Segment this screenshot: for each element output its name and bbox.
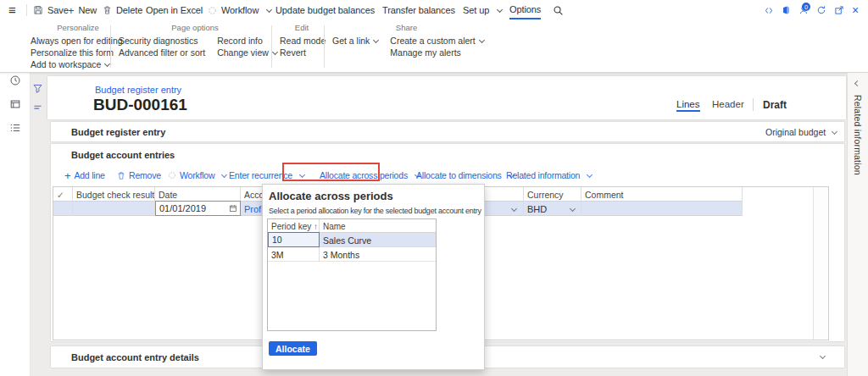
list-item[interactable]: 3M 3 Months (268, 247, 436, 262)
period-key-cell[interactable]: 10 (268, 232, 320, 247)
column-header-comment[interactable]: Comment (581, 187, 743, 202)
modules-menu-icon[interactable] (9, 122, 21, 134)
group-label: Personalize (31, 23, 125, 32)
tab-header[interactable]: Header (712, 99, 744, 109)
form-header-card: Budget register entry BUD-000161 Lines H… (47, 76, 846, 119)
close-icon[interactable]: × (852, 6, 859, 14)
column-header-date[interactable]: Date (155, 187, 241, 202)
allocate-button[interactable]: Allocate (269, 341, 317, 356)
page-title: BUD-000161 (93, 96, 187, 114)
transfer-label: Transfer balances (382, 5, 455, 15)
update-budget-balances-button[interactable]: Update budget balances (275, 0, 375, 20)
menu-item-label: Create a custom alert (390, 36, 475, 46)
menu-item-revert[interactable]: Revert (280, 47, 324, 58)
date-cell[interactable]: 01/01/2019 (155, 201, 241, 216)
page-content: Budget register entry BUD-000161 Lines H… (31, 73, 847, 376)
workflow-label: Workflow (221, 5, 259, 15)
add-icon: + (68, 4, 75, 17)
save-label: Save (47, 5, 69, 15)
update-budget-label: Update budget balances (275, 5, 375, 15)
workflow-label: Workflow (180, 170, 214, 180)
popout-icon[interactable] (834, 5, 844, 15)
column-header-currency[interactable]: Currency (524, 187, 581, 202)
select-all-checkbox[interactable]: ✓ (53, 187, 73, 202)
column-header-name[interactable]: Name (320, 219, 436, 234)
office-logo-icon[interactable] (782, 5, 791, 15)
options-label: Options (509, 4, 541, 14)
grid-toolbar-workflow[interactable]: Workflow (168, 167, 226, 184)
set-up-button[interactable]: Set up (463, 0, 502, 20)
section-title[interactable]: Budget account entry details (71, 352, 199, 362)
currency-chevron-icon[interactable] (570, 206, 576, 212)
section-title[interactable]: Budget account entries (71, 150, 175, 160)
search-icon[interactable] (553, 0, 564, 20)
breadcrumb[interactable]: Budget register entry (95, 85, 181, 95)
grid-toolbar-related-information[interactable]: Related information (506, 167, 592, 184)
workflow-circle-icon (168, 171, 176, 180)
period-name-cell[interactable]: 3 Months (320, 247, 436, 262)
delete-button[interactable]: Delete (103, 0, 142, 20)
group-divider (110, 25, 111, 68)
menu-item-always-open[interactable]: Always open for editing (31, 35, 125, 47)
ribbon-group-edit: Edit Read mode Revert (280, 23, 324, 58)
chevron-down-icon (221, 171, 227, 177)
workflow-button[interactable]: Workflow (208, 0, 271, 20)
workspace-icon[interactable] (9, 98, 21, 110)
related-information-panel[interactable]: Related information (847, 73, 868, 376)
remove-trash-icon (117, 171, 125, 180)
chevron-down-icon[interactable] (820, 353, 826, 359)
menu-item-create-custom-alert[interactable]: Create a custom alert (390, 35, 483, 47)
collapse-chevron-icon[interactable] (854, 80, 860, 86)
menu-item-add-to-workspace[interactable]: Add to workspace (31, 58, 125, 70)
options-tab[interactable]: Options (509, 0, 541, 19)
chevron-down-icon[interactable] (832, 129, 837, 135)
period-name-cell[interactable]: Sales Curve (320, 233, 436, 247)
chevron-down-icon (266, 6, 272, 12)
menu-item-advanced-filter[interactable]: Advanced filter or sort (119, 47, 205, 58)
open-in-excel-button[interactable]: Open in Excel (146, 0, 203, 20)
budget-type-value[interactable]: Original budget (765, 127, 826, 137)
menu-item-change-view[interactable]: Change view (217, 47, 277, 58)
app-window: ≡ Save + New Delete Open in Excel W (0, 0, 868, 376)
account-structure-chevron-icon[interactable] (511, 206, 517, 212)
menu-item-personalize-form[interactable]: Personalize this form (31, 47, 125, 58)
menu-item-security-diagnostics[interactable]: Security diagnostics (119, 35, 205, 47)
refresh-icon[interactable] (816, 5, 826, 15)
double-chevron-icon[interactable] (764, 6, 774, 15)
new-button[interactable]: + New (68, 0, 97, 20)
row-select-cell[interactable] (53, 202, 73, 216)
grid-toolbar-add-line[interactable]: + Add line (64, 167, 105, 184)
calendar-icon[interactable] (229, 204, 237, 213)
currency-cell[interactable]: BHD (524, 202, 581, 216)
top-command-bar: ≡ Save + New Delete Open in Excel W (0, 0, 868, 20)
recent-clock-icon[interactable] (9, 75, 21, 86)
tab-lines[interactable]: Lines (676, 99, 700, 112)
ribbon-group-personalize: Personalize Always open for editing Pers… (31, 23, 125, 70)
grid-scrollbar[interactable] (813, 187, 828, 340)
menu-item-get-a-link[interactable]: Get a link (332, 35, 378, 47)
add-line-icon: + (64, 169, 70, 182)
hamburger-menu-icon[interactable]: ≡ (8, 0, 16, 20)
grid-toolbar-allocate-to-dimensions[interactable]: Allocate to dimensions (416, 167, 514, 184)
grid-toolbar-remove[interactable]: Remove (117, 167, 161, 184)
period-key-table: Period key ↑ Name 10 Sales Curve 3M 3 Mo… (267, 218, 437, 331)
column-header-budget-check[interactable]: Budget check results (73, 187, 155, 202)
divider (753, 98, 754, 111)
menu-item-manage-my-alerts[interactable]: Manage my alerts (390, 47, 483, 58)
chevron-down-icon (479, 37, 485, 43)
save-button[interactable]: Save (33, 0, 69, 20)
group-divider (324, 25, 325, 68)
messages-icon[interactable]: 0 (798, 5, 809, 15)
comment-cell[interactable] (581, 202, 743, 216)
divider (26, 4, 27, 16)
ribbon-group-page-options: Page options Security diagnostics Advanc… (119, 23, 271, 58)
section-title[interactable]: Budget register entry (71, 127, 165, 137)
transfer-balances-button[interactable]: Transfer balances (382, 0, 455, 20)
filter-funnel-icon[interactable] (32, 83, 43, 94)
budget-check-cell[interactable] (73, 202, 155, 216)
list-item[interactable]: 10 Sales Curve (268, 233, 436, 247)
menu-item-read-mode[interactable]: Read mode (280, 35, 324, 47)
period-key-cell[interactable]: 3M (268, 247, 320, 262)
collapse-lines-icon[interactable] (32, 102, 43, 113)
menu-item-record-info[interactable]: Record info (217, 35, 277, 47)
